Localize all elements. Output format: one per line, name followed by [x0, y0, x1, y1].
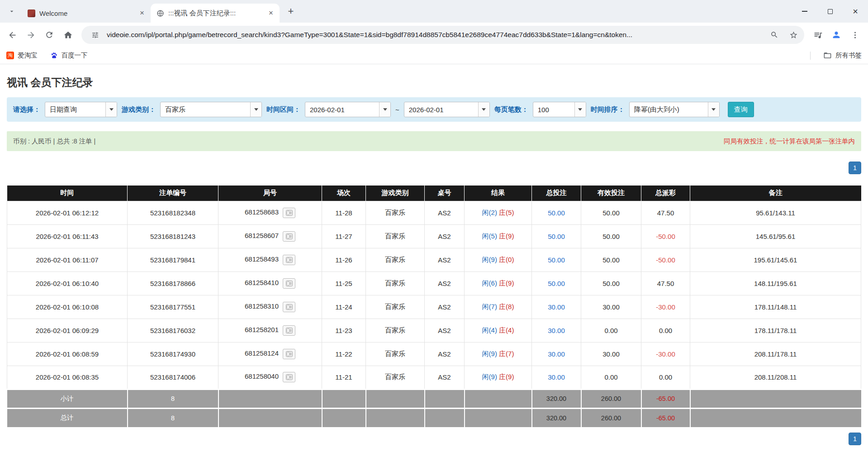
menu-button[interactable] [846, 26, 863, 43]
game-type-select[interactable]: 百家乐 [160, 102, 262, 117]
tab-strip: Welcome × :::视讯 会员下注纪录::: × + × [0, 0, 868, 23]
bookmark-baidu[interactable]: 百度一下 [50, 51, 88, 60]
foot-total-bet: 320.00 [532, 389, 581, 408]
welcome-favicon-icon [28, 10, 35, 17]
dropdown-arrow-icon[interactable] [379, 102, 390, 117]
result-cell: 闲(9) 庄(9) [465, 366, 532, 389]
query-type-value: 日期查询 [45, 105, 105, 114]
zoom-button[interactable] [767, 28, 782, 42]
total-bet-link[interactable]: 50.00 [548, 280, 565, 287]
total-bet-link[interactable]: 30.00 [548, 327, 565, 334]
result-cell: 闲(2) 庄(5) [465, 201, 532, 224]
session-cell: 11-22 [322, 342, 366, 366]
round-cell: 681258040 [218, 366, 322, 389]
foot-count: 8 [128, 389, 218, 408]
page-button[interactable]: 1 [849, 433, 861, 445]
home-button[interactable] [59, 26, 76, 43]
table-header-row: 时间注单编号局号场次游戏类别桌号结果总投注有效投注总派彩备注 [7, 186, 861, 201]
address-bar[interactable]: videoie.com/ipl/portal.php/game/betrecor… [81, 26, 804, 44]
total-bet-cell: 30.00 [532, 295, 581, 319]
tab-welcome[interactable]: Welcome × [22, 4, 151, 23]
date-to-input[interactable]: 2026-02-01 [404, 102, 490, 117]
round-replay-button[interactable] [283, 325, 295, 336]
dropdown-arrow-icon[interactable] [574, 102, 586, 117]
banker-result: 庄(9) [499, 232, 514, 240]
banker-result: 庄(8) [499, 303, 514, 310]
globe-icon [157, 10, 164, 17]
bookmark-this-page-button[interactable] [786, 28, 801, 42]
reload-button[interactable] [41, 26, 58, 43]
new-tab-button[interactable]: + [284, 5, 298, 18]
total-bet-link[interactable]: 30.00 [548, 350, 565, 358]
card-icon [286, 281, 293, 286]
page-button[interactable]: 1 [849, 162, 861, 174]
bet-id-cell: 523168176032 [128, 319, 218, 342]
total-bet-link[interactable]: 30.00 [548, 373, 565, 381]
round-replay-button[interactable] [283, 302, 295, 312]
total-bet-link[interactable]: 50.00 [548, 233, 565, 240]
dropdown-arrow-icon[interactable] [478, 102, 489, 117]
tab-close-icon[interactable]: × [137, 8, 147, 18]
tab-title: :::视讯 会员下注纪录::: [168, 9, 262, 18]
minimize-button[interactable] [792, 0, 817, 23]
query-type-select[interactable]: 日期查询 [45, 102, 117, 117]
tab-close-icon[interactable]: × [266, 8, 276, 18]
bookmark-aitaobao[interactable]: 淘 爱淘宝 [6, 51, 38, 60]
player-result: 闲(4) [482, 326, 497, 334]
foot-empty-cell [465, 389, 532, 408]
dropdown-arrow-icon[interactable] [708, 102, 719, 117]
back-button[interactable] [4, 26, 21, 43]
all-bookmarks-button[interactable]: 所有书签 [823, 51, 862, 60]
total-bet-cell: 50.00 [532, 201, 581, 224]
foot-empty-cell [218, 389, 322, 408]
round-replay-button[interactable] [283, 231, 295, 242]
total-bet-link[interactable]: 30.00 [548, 303, 565, 311]
sort-order-select[interactable]: 降幂(由大到小) [629, 102, 720, 117]
player-result: 闲(6) [482, 279, 497, 287]
date-from-input[interactable]: 2026-02-01 [305, 102, 391, 117]
payout-cell: 47.50 [641, 201, 690, 224]
tab-search-button[interactable] [5, 4, 19, 19]
kebab-menu-icon [851, 31, 859, 39]
page-size-select[interactable]: 100 [533, 102, 586, 117]
search-button[interactable]: 查询 [728, 102, 754, 117]
bet-record-row: 2026-02-01 06:12:12523168182348681258683… [7, 201, 861, 224]
valid-bet-cell: 50.00 [581, 248, 641, 271]
summary-note-text: 同局有效投注，统一计算在该局第一张注单内 [724, 137, 855, 146]
forward-button[interactable] [22, 26, 39, 43]
banker-result: 庄(5) [499, 209, 514, 216]
time-cell: 2026-02-01 06:11:07 [7, 248, 128, 271]
home-icon [63, 30, 73, 40]
round-replay-button[interactable] [283, 349, 295, 359]
foot-empty-cell [218, 408, 322, 427]
media-controls-button[interactable] [809, 26, 826, 43]
round-replay-button[interactable] [283, 372, 295, 382]
profile-button[interactable] [828, 26, 845, 43]
foot-empty-cell [322, 408, 366, 427]
session-cell: 11-24 [322, 295, 366, 319]
total-bet-link[interactable]: 50.00 [548, 209, 565, 217]
dropdown-arrow-icon[interactable] [105, 102, 117, 117]
round-replay-button[interactable] [283, 278, 295, 289]
dropdown-arrow-icon[interactable] [250, 102, 261, 117]
column-header: 备注 [690, 186, 861, 201]
note-cell: 208.11/208.11 [690, 366, 861, 389]
payout-cell: 0.00 [641, 319, 690, 342]
round-replay-button[interactable] [283, 255, 295, 265]
filter-bar: 请选择： 日期查询 游戏类别： 百家乐 时间区间： 2026-02-01 ~ 2… [7, 97, 861, 122]
tab-betrecord[interactable]: :::视讯 会员下注纪录::: × [151, 4, 280, 23]
game-type-cell: 百家乐 [366, 342, 425, 366]
grand-total-row: 总计8320.00260.00-65.00 [7, 408, 861, 427]
payout-cell: 0.00 [641, 366, 690, 389]
bet-id-cell: 523168179841 [128, 248, 218, 271]
sort-order-value: 降幂(由大到小) [630, 105, 708, 114]
sort-order-label: 时间排序： [591, 105, 625, 114]
round-replay-button[interactable] [283, 208, 295, 218]
maximize-button[interactable] [817, 0, 843, 23]
close-button[interactable]: × [843, 0, 868, 23]
card-icon [286, 304, 293, 310]
site-info-button[interactable] [88, 28, 102, 42]
valid-bet-cell: 0.00 [581, 366, 641, 389]
total-bet-link[interactable]: 50.00 [548, 256, 565, 264]
foot-empty-cell [425, 389, 465, 408]
